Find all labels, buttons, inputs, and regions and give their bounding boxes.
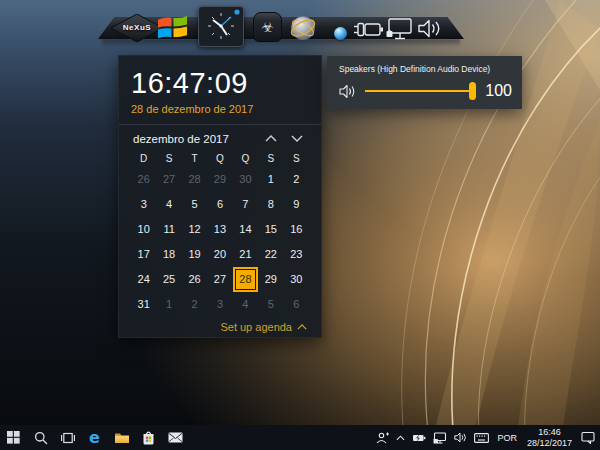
globe-icon <box>288 14 318 42</box>
clock-calendar-flyout: 16:47:09 28 de dezembro de 2017 dezembro… <box>118 55 322 338</box>
calendar-day[interactable]: 18 <box>156 242 181 267</box>
calendar-day[interactable]: 20 <box>207 242 232 267</box>
flyout-time: 16:47:09 <box>131 68 309 100</box>
calendar-day[interactable]: 13 <box>207 217 232 242</box>
volume-speaker-icon[interactable] <box>339 84 356 99</box>
calendar-day[interactable]: 1 <box>258 167 283 192</box>
calendar-day[interactable]: 22 <box>258 242 283 267</box>
calendar-day[interactable]: 19 <box>182 242 207 267</box>
calendar-day[interactable]: 30 <box>233 167 258 192</box>
calendar-day[interactable]: 23 <box>284 242 309 267</box>
system-tray: POR 16:46 28/12/2017 <box>374 425 600 450</box>
tray-volume-button[interactable] <box>452 425 469 450</box>
dock-item-windows-icon[interactable] <box>157 13 188 42</box>
chevron-up-icon <box>265 135 277 142</box>
calendar-day[interactable]: 29 <box>207 167 232 192</box>
taskbar-left-group: e <box>0 425 189 450</box>
monitor-network-icon <box>386 17 413 41</box>
calendar-day-headers: DSTQQSS <box>131 150 309 167</box>
calendar-day[interactable]: 29 <box>258 267 283 292</box>
flyout-date: 28 de dezembro de 2017 <box>131 103 309 115</box>
calendar-day[interactable]: 2 <box>284 167 309 192</box>
calendar-day-selected[interactable]: 28 <box>233 267 258 292</box>
action-center-button[interactable] <box>579 425 597 450</box>
calendar-day[interactable]: 11 <box>156 217 181 242</box>
calendar-day[interactable]: 4 <box>156 192 181 217</box>
dock-item-nexus-logo[interactable]: NeXuS <box>111 14 163 42</box>
volume-slider[interactable] <box>365 82 476 100</box>
calendar-day[interactable]: 26 <box>131 167 156 192</box>
taskbar-app-mail[interactable] <box>162 425 189 450</box>
calendar-day[interactable]: 24 <box>131 267 156 292</box>
tray-language-indicator[interactable]: POR <box>494 425 520 450</box>
tray-clock[interactable]: 16:46 28/12/2017 <box>523 427 576 448</box>
nexus-logo-label: NeXuS <box>111 23 163 32</box>
calendar-day[interactable]: 27 <box>207 267 232 292</box>
dock-item-power-icon[interactable] <box>353 20 384 39</box>
tray-battery-button[interactable] <box>410 425 428 450</box>
calendar-day[interactable]: 21 <box>233 242 258 267</box>
task-view-icon <box>61 432 75 444</box>
calendar-day[interactable]: 9 <box>284 192 309 217</box>
calendar-day[interactable]: 27 <box>156 167 181 192</box>
calendar-day[interactable]: 8 <box>258 192 283 217</box>
dock-item-clock[interactable] <box>198 6 244 47</box>
calendar-day[interactable]: 2 <box>182 292 207 317</box>
clock-notification-badge-icon <box>234 9 239 14</box>
dock-item-display-icon[interactable] <box>386 17 413 41</box>
calendar-day[interactable]: 31 <box>131 292 156 317</box>
calendar-day[interactable]: 17 <box>131 242 156 267</box>
dock-item-recycle-bin[interactable]: ☣ <box>253 12 282 42</box>
tray-network-button[interactable] <box>431 425 449 450</box>
set-up-agenda-label: Set up agenda <box>220 321 292 333</box>
calendar-day[interactable]: 30 <box>284 267 309 292</box>
volume-slider-thumb[interactable] <box>469 82 476 100</box>
calendar-day[interactable]: 3 <box>207 292 232 317</box>
day-of-week-label: D <box>131 150 156 167</box>
calendar-month-label: dezembro de 2017 <box>133 133 229 145</box>
start-button[interactable] <box>0 425 27 450</box>
folder-icon <box>114 431 130 444</box>
chevron-up-icon <box>396 435 405 441</box>
calendar-day[interactable]: 5 <box>258 292 283 317</box>
edge-icon: e <box>89 430 100 446</box>
volume-flyout: Speakers (High Definition Audio Device) … <box>327 56 522 109</box>
calendar-day[interactable]: 16 <box>284 217 309 242</box>
people-icon <box>376 432 389 444</box>
search-button[interactable] <box>27 425 54 450</box>
dock-item-blue-orb[interactable] <box>334 27 347 40</box>
calendar-next-month-button[interactable] <box>291 135 303 142</box>
calendar-day[interactable]: 12 <box>182 217 207 242</box>
calendar-day[interactable]: 15 <box>258 217 283 242</box>
calendar-day[interactable]: 26 <box>182 267 207 292</box>
calendar-day[interactable]: 6 <box>284 292 309 317</box>
calendar-day[interactable]: 4 <box>233 292 258 317</box>
tray-people-button[interactable] <box>374 425 391 450</box>
task-view-button[interactable] <box>54 425 81 450</box>
calendar-day[interactable]: 5 <box>182 192 207 217</box>
calendar-day[interactable]: 25 <box>156 267 181 292</box>
keyboard-icon <box>474 433 489 443</box>
action-center-bubble-icon <box>581 431 595 444</box>
calendar-day[interactable]: 3 <box>131 192 156 217</box>
nexus-dock: NeXuS <box>98 4 464 50</box>
calendar-day[interactable]: 6 <box>207 192 232 217</box>
day-of-week-label: S <box>284 150 309 167</box>
tray-show-hidden-icons-button[interactable] <box>394 425 407 450</box>
tray-touch-keyboard-button[interactable] <box>472 425 491 450</box>
dock-item-network-globe[interactable] <box>288 14 318 42</box>
calendar-day[interactable]: 1 <box>156 292 181 317</box>
calendar-day[interactable]: 28 <box>182 167 207 192</box>
calendar-day[interactable]: 14 <box>233 217 258 242</box>
biohazard-icon: ☣ <box>261 20 274 34</box>
calendar-prev-month-button[interactable] <box>265 135 277 142</box>
taskbar-app-edge[interactable]: e <box>81 425 108 450</box>
day-of-week-label: S <box>258 150 283 167</box>
set-up-agenda-link[interactable]: Set up agenda <box>131 317 309 333</box>
taskbar-app-store[interactable] <box>135 425 162 450</box>
taskbar-app-file-explorer[interactable] <box>108 425 135 450</box>
dock-item-speaker-icon[interactable] <box>417 18 442 39</box>
power-plug-battery-icon <box>353 20 384 39</box>
calendar-day[interactable]: 10 <box>131 217 156 242</box>
calendar-day[interactable]: 7 <box>233 192 258 217</box>
